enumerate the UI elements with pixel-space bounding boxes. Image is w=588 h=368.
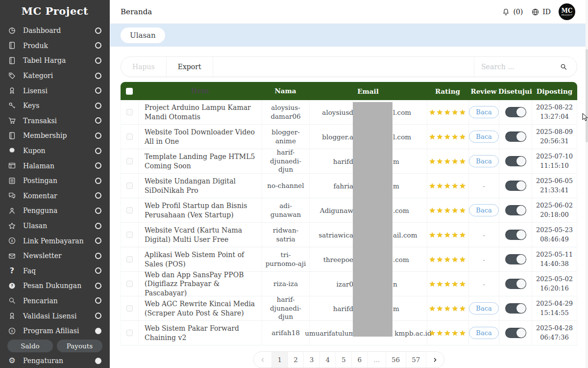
sidebar-item-indicator[interactable] xyxy=(95,57,101,64)
sidebar-item-membership[interactable]: Membership xyxy=(0,128,110,143)
sidebar-item-tabel-harga[interactable]: Tabel Harga xyxy=(0,53,110,68)
sidebar-item-indicator[interactable] xyxy=(95,27,101,34)
column-header-nama[interactable]: Nama xyxy=(262,87,309,96)
sidebar-item-indicator[interactable] xyxy=(95,103,101,109)
read-review-button[interactable]: Baca xyxy=(469,131,498,143)
avatar[interactable]: MC PROJECT xyxy=(559,3,575,20)
pagination-page-57[interactable]: 57 xyxy=(406,352,426,368)
row-checkbox[interactable] xyxy=(126,232,133,238)
read-review-button[interactable]: Baca xyxy=(469,106,498,118)
sidebar-item-indicator[interactable] xyxy=(95,358,101,364)
pagination-prev[interactable] xyxy=(254,352,272,368)
sidebar-item-indicator[interactable] xyxy=(95,283,101,289)
breadcrumb[interactable]: Beranda xyxy=(121,7,152,16)
sidebar-item-indicator[interactable] xyxy=(95,162,101,169)
approved-toggle[interactable] xyxy=(505,254,526,264)
delete-button[interactable]: Hapus xyxy=(121,57,167,77)
sidebar-item-link-pembayaran[interactable]: $Link Pembayaran xyxy=(0,233,110,248)
read-review-button[interactable]: Baca xyxy=(469,302,498,315)
row-checkbox[interactable] xyxy=(126,281,133,287)
sidebar-item-dashboard[interactable]: Dashboard xyxy=(0,23,110,38)
pagination-page-56[interactable]: 56 xyxy=(386,352,406,368)
notifications-button[interactable]: (0) xyxy=(501,8,523,16)
column-header-email[interactable]: Email xyxy=(309,87,427,95)
sidebar-item-pengguna[interactable]: Pengguna xyxy=(0,203,110,218)
approved-toggle[interactable] xyxy=(505,230,526,240)
sidebar-item-keys[interactable]: Keys xyxy=(0,98,110,113)
sidebar-item-transaksi[interactable]: Transaksi xyxy=(0,113,110,129)
pagination-page-3[interactable]: 3 xyxy=(304,352,320,368)
sidebar-item-indicator[interactable] xyxy=(95,253,101,259)
approved-toggle[interactable] xyxy=(505,107,526,117)
row-checkbox[interactable] xyxy=(126,305,133,312)
sidebar-item-pengaturan[interactable]: ⚙Pengaturan xyxy=(0,353,110,368)
sidebar-item-indicator[interactable] xyxy=(95,328,101,334)
row-checkbox[interactable] xyxy=(126,158,133,164)
sidebar-item-produk[interactable]: Produk xyxy=(0,38,110,53)
row-checkbox[interactable] xyxy=(126,330,133,336)
sidebar-item-indicator[interactable] xyxy=(95,87,101,94)
pagination-page-6[interactable]: 6 xyxy=(352,352,368,368)
sidebar-item-kategori[interactable]: Kategori xyxy=(0,68,110,83)
approved-toggle[interactable] xyxy=(505,303,526,314)
sidebar-item-komentar[interactable]: Komentar xyxy=(0,188,110,204)
sidebar-item-indicator[interactable] xyxy=(95,297,101,304)
column-header-review[interactable]: Review xyxy=(468,87,499,95)
sidebar-item-validasi-lisensi[interactable]: Validasi Lisensi xyxy=(0,308,110,323)
scrollbar-thumb[interactable] xyxy=(586,49,588,142)
row-checkbox[interactable] xyxy=(126,207,133,213)
sidebar-item-ulasan[interactable]: Ulasan xyxy=(0,218,110,234)
export-button[interactable]: Export xyxy=(167,57,213,77)
sidebar-item-postingan[interactable]: Postingan xyxy=(0,173,110,188)
sidebar-item-faq[interactable]: ?Faq xyxy=(0,263,110,279)
approved-toggle[interactable] xyxy=(505,279,526,289)
read-review-button[interactable]: Baca xyxy=(469,327,498,339)
approved-toggle[interactable] xyxy=(505,181,526,191)
approved-toggle[interactable] xyxy=(505,328,526,338)
sidebar-item-pencarian[interactable]: Pencarian xyxy=(0,293,110,309)
language-selector[interactable]: ID xyxy=(531,8,551,16)
sidebar-item-indicator[interactable] xyxy=(95,73,101,79)
pagination-page-5[interactable]: 5 xyxy=(336,352,352,368)
sidebar-item-lisensi[interactable]: Lisensi xyxy=(0,83,110,98)
sidebar-item-program-afiliasi[interactable]: $Program Afiliasi xyxy=(0,323,110,339)
sidebar-item-indicator[interactable] xyxy=(95,313,101,319)
select-all-checkbox[interactable] xyxy=(126,88,133,95)
sidebar-item-indicator[interactable] xyxy=(95,178,101,184)
sidebar-item-indicator[interactable] xyxy=(95,117,101,124)
scrollbar[interactable] xyxy=(586,0,588,368)
column-header-disetujui[interactable]: Disetujui xyxy=(499,87,532,95)
row-checkbox[interactable] xyxy=(126,256,133,263)
sidebar-item-kupon[interactable]: Kupon xyxy=(0,143,110,158)
sidebar-item-indicator[interactable] xyxy=(95,192,101,199)
approved-toggle[interactable] xyxy=(505,205,526,215)
sidebar-item-halaman[interactable]: Halaman xyxy=(0,158,110,173)
approved-toggle[interactable] xyxy=(505,131,526,142)
sidebar-item-indicator[interactable] xyxy=(95,208,101,214)
row-checkbox[interactable] xyxy=(126,133,133,140)
column-header-item[interactable]: Item xyxy=(138,86,262,95)
read-review-button[interactable]: Baca xyxy=(469,155,498,167)
sidebar-item-indicator[interactable] xyxy=(95,223,101,229)
pagination-next[interactable] xyxy=(426,352,444,368)
column-header-diposting[interactable]: Diposting xyxy=(532,87,577,95)
sidebar-item-pesan-dukungan[interactable]: ?Pesan Dukungan xyxy=(0,278,110,293)
saldo-button[interactable]: Saldo xyxy=(7,340,53,352)
search-input[interactable] xyxy=(481,63,555,71)
page-title[interactable]: Ulasan xyxy=(121,27,165,43)
sidebar-item-newsletter[interactable]: Newsletter xyxy=(0,248,110,263)
read-review-button[interactable]: Baca xyxy=(469,204,498,216)
sidebar-item-indicator[interactable] xyxy=(95,42,101,49)
search-icon[interactable] xyxy=(559,63,568,71)
sidebar-item-indicator[interactable] xyxy=(95,237,101,244)
column-header-rating[interactable]: Rating xyxy=(427,87,468,95)
pagination-page-2[interactable]: 2 xyxy=(288,352,304,368)
pagination-page-1[interactable]: 1 xyxy=(272,352,288,368)
sidebar-item-indicator[interactable] xyxy=(95,132,101,139)
row-checkbox[interactable] xyxy=(126,109,133,115)
pagination-page-4[interactable]: 4 xyxy=(320,352,336,368)
row-checkbox[interactable] xyxy=(126,183,133,189)
sidebar-item-indicator[interactable] xyxy=(95,267,101,274)
payouts-button[interactable]: Payouts xyxy=(57,340,102,352)
sidebar-item-indicator[interactable] xyxy=(95,148,101,154)
